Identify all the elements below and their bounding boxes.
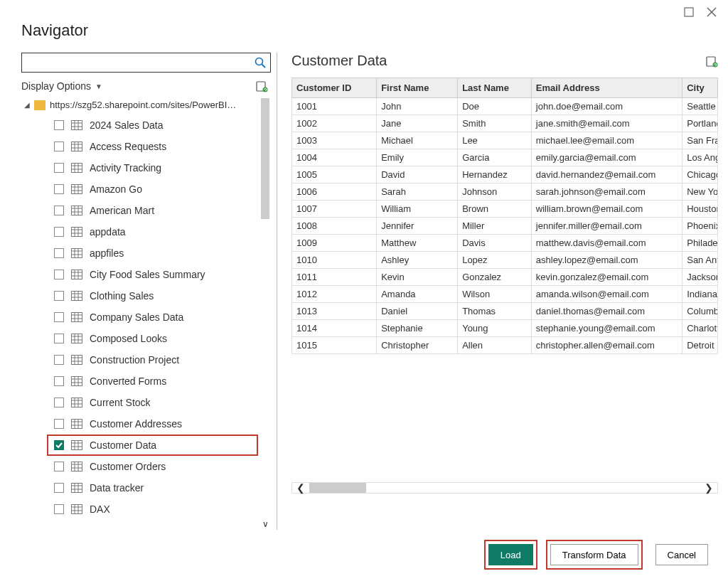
table-cell: 1005 (292, 166, 377, 183)
table-row[interactable]: 1014StephanieYoungstephanie.young@email.… (292, 320, 718, 337)
tree-item[interactable]: City Food Sales Summary (47, 264, 258, 285)
search-box[interactable] (21, 53, 271, 73)
tree-item-label: DAX (90, 503, 110, 515)
tree-item[interactable]: Access Requests (47, 136, 258, 157)
tree-root[interactable]: ◢ https://szg52.sharepoint.com/sites/Pow… (21, 97, 258, 114)
maximize-icon[interactable] (684, 7, 694, 17)
tree-item[interactable]: Activity Tracking (47, 157, 258, 178)
display-options[interactable]: Display Options ▼ (21, 80, 102, 92)
tree-item[interactable]: Composed Looks (47, 328, 258, 349)
checkbox[interactable] (54, 270, 64, 279)
checkbox[interactable] (54, 248, 64, 258)
tree-item[interactable]: Amazon Go (47, 178, 258, 200)
table-row[interactable]: 1004EmilyGarciaemily.garcia@email.comLos… (292, 149, 718, 166)
collapse-icon[interactable]: ◢ (24, 101, 30, 109)
hscroll-thumb[interactable] (309, 483, 366, 493)
tree-item-label: 2024 Sales Data (90, 119, 164, 131)
scroll-right-icon[interactable]: ❯ (700, 482, 717, 494)
table-row[interactable]: 1009MatthewDavismatthew.davis@email.comP… (292, 235, 718, 252)
table-row[interactable]: 1005DavidHernandezdavid.hernandez@email.… (292, 166, 718, 183)
column-header[interactable]: Last Name (458, 78, 532, 98)
close-icon[interactable] (707, 7, 717, 17)
refresh-icon[interactable] (255, 80, 268, 92)
tree-item[interactable]: Current Stock (47, 392, 258, 413)
table-row[interactable]: 1011KevinGonzalezkevin.gonzalez@email.co… (292, 269, 718, 286)
tree-item[interactable]: Converted Forms (47, 371, 258, 392)
scrollbar-thumb[interactable] (261, 98, 269, 219)
tree-item[interactable]: Customer Addresses (47, 413, 258, 435)
table-icon (71, 248, 82, 258)
table-cell: jennifer.miller@email.com (531, 218, 682, 235)
table-row[interactable]: 1008JenniferMillerjennifer.miller@email.… (292, 218, 718, 235)
checkbox[interactable] (54, 206, 64, 215)
checkbox[interactable] (54, 184, 64, 194)
table-row[interactable]: 1006SarahJohnsonsarah.johnson@email.comN… (292, 183, 718, 201)
tree-item-label: appfiles (90, 247, 124, 259)
tree-item[interactable]: Company Sales Data (47, 307, 258, 328)
checkbox[interactable] (54, 227, 64, 237)
transform-data-button[interactable]: Transform Data (550, 544, 638, 565)
tree-item[interactable]: Data tracker (47, 477, 258, 499)
tree-item[interactable]: DAX (47, 499, 258, 520)
table-row[interactable]: 1003MichaelLeemichael.lee@email.comSan F… (292, 132, 718, 149)
tree-item[interactable]: appdata (47, 221, 258, 242)
checkbox[interactable] (54, 462, 64, 471)
table-row[interactable]: 1007WilliamBrownwilliam.brown@email.comH… (292, 201, 718, 218)
table-row[interactable]: 1013DanielThomasdaniel.thomas@email.comC… (292, 303, 718, 320)
checkbox[interactable] (54, 483, 64, 493)
checkbox[interactable] (54, 120, 64, 130)
checkbox[interactable] (54, 398, 64, 407)
svg-rect-84 (72, 462, 82, 471)
column-header[interactable]: Email Address (531, 78, 682, 98)
search-input[interactable] (26, 57, 255, 69)
table-cell: Jane (377, 115, 458, 132)
tree-item[interactable]: appfiles (47, 242, 258, 264)
tree-item[interactable]: Customer Data (47, 435, 258, 456)
table-icon (71, 291, 82, 301)
table-cell: Christopher (377, 337, 458, 354)
table-row[interactable]: 1015ChristopherAllenchristopher.allen@em… (292, 337, 718, 354)
table-cell: Kevin (377, 269, 458, 286)
tree-scrollbar[interactable]: ∧ ∨ (259, 97, 271, 530)
table-cell: Stephanie (377, 320, 458, 337)
table-cell: New York (682, 183, 718, 201)
tree-item-label: Activity Tracking (90, 162, 161, 174)
table-row[interactable]: 1012AmandaWilsonamanda.wilson@email.comI… (292, 286, 718, 303)
checkbox[interactable] (54, 142, 64, 151)
table-row[interactable]: 1010AshleyLopezashley.lopez@email.comSan… (292, 252, 718, 269)
cancel-button[interactable]: Cancel (655, 544, 708, 565)
checkbox[interactable] (54, 163, 64, 173)
scroll-down-icon[interactable]: ∨ (259, 518, 271, 530)
scroll-left-icon[interactable]: ❮ (292, 482, 309, 494)
table-cell: 1008 (292, 218, 377, 235)
checkbox[interactable] (54, 312, 64, 322)
page-title: Navigator (21, 21, 718, 40)
tree-item[interactable]: Clothing Sales (47, 285, 258, 307)
tree-item[interactable]: Construction Project (47, 349, 258, 371)
column-header[interactable]: City (682, 78, 718, 98)
checkbox[interactable] (54, 334, 64, 343)
table-cell: sarah.johnson@email.com (531, 183, 682, 201)
column-header[interactable]: First Name (377, 78, 458, 98)
checkbox[interactable] (54, 291, 64, 301)
checkbox[interactable] (54, 440, 64, 450)
checkbox[interactable] (54, 504, 64, 514)
checkbox[interactable] (54, 376, 64, 386)
preview-refresh-icon[interactable] (705, 55, 718, 68)
table-cell: Wilson (458, 286, 532, 303)
column-header[interactable]: Customer ID (292, 78, 377, 98)
checkbox[interactable] (54, 419, 64, 429)
table-row[interactable]: 1001JohnDoejohn.doe@email.comSeattle (292, 98, 718, 115)
display-options-label: Display Options (21, 80, 91, 92)
tree-item[interactable]: 2024 Sales Data (47, 114, 258, 136)
checkbox[interactable] (54, 355, 64, 365)
tree-root-label: https://szg52.sharepoint.com/sites/Power… (50, 100, 236, 110)
tree-item[interactable]: Customer Orders (47, 456, 258, 477)
table-row[interactable]: 1002JaneSmithjane.smith@email.comPortlan… (292, 115, 718, 132)
svg-rect-14 (72, 164, 82, 173)
tree-item[interactable]: American Mart (47, 200, 258, 221)
horizontal-scrollbar[interactable]: ❮ ❯ (291, 482, 718, 494)
svg-rect-69 (72, 398, 82, 407)
load-button[interactable]: Load (488, 544, 533, 565)
table-cell: Indianapolis (682, 286, 718, 303)
